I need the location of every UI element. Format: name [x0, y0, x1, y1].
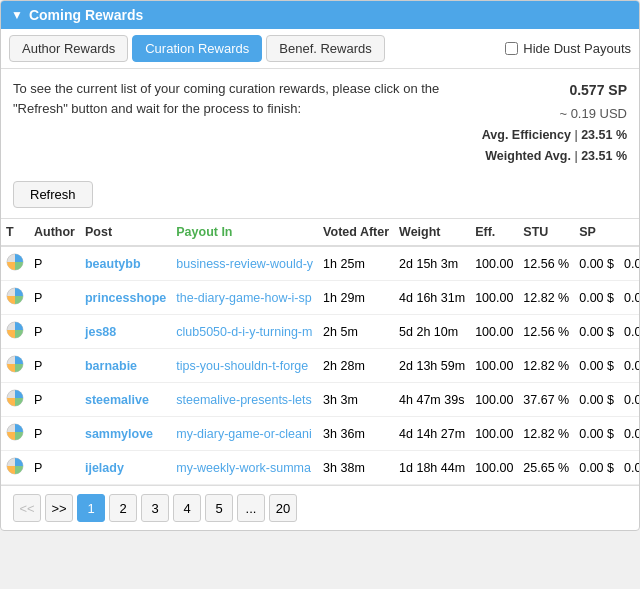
row-cell-3: 12.82 %: [518, 281, 574, 315]
row-type: P: [29, 417, 80, 451]
page-4-button[interactable]: 4: [173, 494, 201, 522]
row-cell-1: 4d 16h 31m: [394, 281, 470, 315]
row-cell-3: 25.65 %: [518, 451, 574, 485]
author-link[interactable]: steemalive: [85, 393, 149, 407]
tabs-bar: Author Rewards Curation Rewards Benef. R…: [1, 29, 639, 69]
page-ellipsis[interactable]: ...: [237, 494, 265, 522]
row-cell-2: 100.00: [470, 349, 518, 383]
col-weight: Weight: [394, 219, 470, 247]
hide-dust-label: Hide Dust Payouts: [523, 41, 631, 56]
row-cell-2: 100.00: [470, 281, 518, 315]
row-post[interactable]: business-review-would-y: [171, 246, 318, 281]
page-1-button[interactable]: 1: [77, 494, 105, 522]
weighted-avg: Weighted Avg. | 23.51 %: [482, 146, 627, 167]
pie-icon: [6, 253, 24, 271]
row-cell-0: 3h 38m: [318, 451, 394, 485]
row-author[interactable]: barnabie: [80, 349, 171, 383]
author-link[interactable]: beautybb: [85, 257, 141, 271]
row-author[interactable]: steemalive: [80, 383, 171, 417]
row-cell-4: 0.00 $: [574, 281, 619, 315]
row-cell-0: 2h 5m: [318, 315, 394, 349]
info-description: To see the current list of your coming c…: [13, 79, 482, 118]
row-cell-4: 0.00 $: [574, 349, 619, 383]
info-section: To see the current list of your coming c…: [1, 69, 639, 177]
row-post[interactable]: tips-you-shouldn-t-forge: [171, 349, 318, 383]
row-author[interactable]: jes88: [80, 315, 171, 349]
pagination: << >> 1 2 3 4 5 ... 20: [1, 485, 639, 530]
page-2-button[interactable]: 2: [109, 494, 137, 522]
row-cell-2: 100.00: [470, 315, 518, 349]
page-20-button[interactable]: 20: [269, 494, 297, 522]
collapse-arrow[interactable]: ▼: [11, 8, 23, 22]
author-link[interactable]: ijelady: [85, 461, 124, 475]
col-type: T: [1, 219, 29, 247]
row-cell-1: 4d 14h 27m: [394, 417, 470, 451]
tab-curation-rewards[interactable]: Curation Rewards: [132, 35, 262, 62]
post-link[interactable]: my-weekly-work-summa: [176, 461, 311, 475]
page-5-button[interactable]: 5: [205, 494, 233, 522]
row-author[interactable]: sammylove: [80, 417, 171, 451]
row-cell-0: 3h 36m: [318, 417, 394, 451]
author-link[interactable]: princesshope: [85, 291, 166, 305]
post-link[interactable]: my-diary-game-or-cleani: [176, 427, 311, 441]
row-cell-1: 1d 18h 44m: [394, 451, 470, 485]
row-cell-1: 5d 2h 10m: [394, 315, 470, 349]
usd-value: ~ 0.19 USD: [482, 103, 627, 125]
row-cell-1: 2d 15h 3m: [394, 246, 470, 281]
row-cell-0: 1h 25m: [318, 246, 394, 281]
next-button[interactable]: >>: [45, 494, 73, 522]
weighted-avg-value: 23.51 %: [581, 149, 627, 163]
row-author[interactable]: princesshope: [80, 281, 171, 315]
row-post[interactable]: my-diary-game-or-cleani: [171, 417, 318, 451]
author-link[interactable]: sammylove: [85, 427, 153, 441]
row-post[interactable]: club5050-d-i-y-turning-m: [171, 315, 318, 349]
table-row: Psammylovemy-diary-game-or-cleani3h 36m4…: [1, 417, 639, 451]
col-voted-after: Voted After: [318, 219, 394, 247]
page-3-button[interactable]: 3: [141, 494, 169, 522]
row-cell-4: 0.00 $: [574, 383, 619, 417]
row-post[interactable]: the-diary-game-how-i-sp: [171, 281, 318, 315]
table-row: Psteemalivesteemalive-presents-lets3h 3m…: [1, 383, 639, 417]
post-link[interactable]: club5050-d-i-y-turning-m: [176, 325, 312, 339]
row-cell-4: 0.00 $: [574, 315, 619, 349]
row-author[interactable]: ijelady: [80, 451, 171, 485]
row-cell-1: 4h 47m 39s: [394, 383, 470, 417]
row-type: P: [29, 281, 80, 315]
tab-benef-rewards[interactable]: Benef. Rewards: [266, 35, 385, 62]
row-cell-2: 100.00: [470, 383, 518, 417]
row-post[interactable]: my-weekly-work-summa: [171, 451, 318, 485]
hide-dust-checkbox[interactable]: [505, 42, 518, 55]
row-type: P: [29, 451, 80, 485]
row-type: P: [29, 246, 80, 281]
pie-icon: [6, 321, 24, 339]
rewards-table-container: T Author Post Payout In Voted After Weig…: [1, 218, 639, 485]
post-link[interactable]: tips-you-shouldn-t-forge: [176, 359, 308, 373]
table-row: Pbarnabietips-you-shouldn-t-forge2h 28m2…: [1, 349, 639, 383]
main-window: ▼ Coming Rewards Author Rewards Curation…: [0, 0, 640, 531]
author-link[interactable]: jes88: [85, 325, 116, 339]
post-link[interactable]: the-diary-game-how-i-sp: [176, 291, 311, 305]
col-sp: SP: [574, 219, 619, 247]
row-cell-4: 0.00 $: [574, 246, 619, 281]
refresh-button[interactable]: Refresh: [13, 181, 93, 208]
row-post[interactable]: steemalive-presents-lets: [171, 383, 318, 417]
author-link[interactable]: barnabie: [85, 359, 137, 373]
pie-icon: [6, 423, 24, 441]
col-author: Author: [29, 219, 80, 247]
pie-icon: [6, 457, 24, 475]
table-row: Pprincesshopethe-diary-game-how-i-sp1h 2…: [1, 281, 639, 315]
pie-icon: [6, 355, 24, 373]
row-author[interactable]: beautybb: [80, 246, 171, 281]
post-link[interactable]: business-review-would-y: [176, 257, 313, 271]
row-cell-1: 2d 13h 59m: [394, 349, 470, 383]
prev-button[interactable]: <<: [13, 494, 41, 522]
row-cell-2: 100.00: [470, 246, 518, 281]
row-cell-5: 0.002: [619, 315, 639, 349]
post-link[interactable]: steemalive-presents-lets: [176, 393, 311, 407]
col-post: Post: [80, 219, 171, 247]
table-row: Pijeladymy-weekly-work-summa3h 38m1d 18h…: [1, 451, 639, 485]
row-type: P: [29, 383, 80, 417]
tab-author-rewards[interactable]: Author Rewards: [9, 35, 128, 62]
col-eff: Eff.: [470, 219, 518, 247]
row-cell-5: 0.002: [619, 246, 639, 281]
